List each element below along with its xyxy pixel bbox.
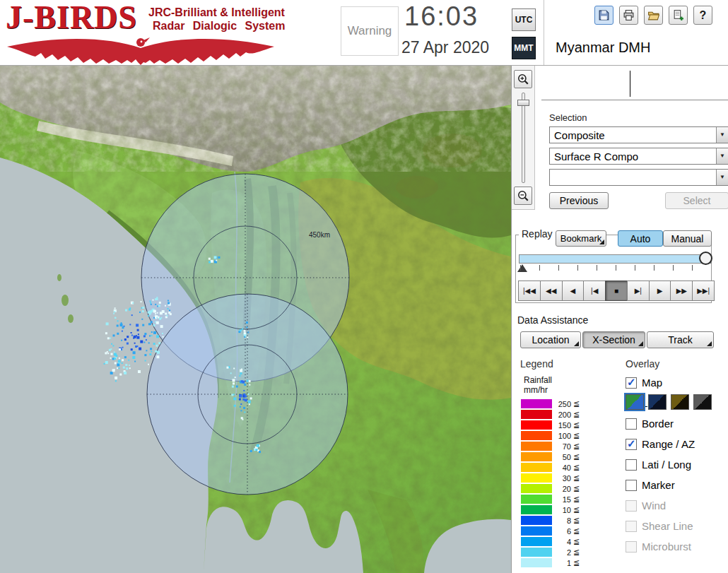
legend-suffix: ≦ bbox=[573, 495, 580, 504]
export-button[interactable] bbox=[669, 6, 688, 25]
composite-dropdown[interactable]: Composite bbox=[549, 126, 728, 143]
replay-timeline-thumb[interactable] bbox=[699, 252, 712, 265]
playback-button[interactable]: ▶▶| bbox=[692, 280, 715, 301]
legend-entry: 250 ≦ bbox=[521, 398, 580, 409]
playback-button[interactable]: ▶| bbox=[627, 280, 650, 301]
playback-button-glyph: ◀ bbox=[570, 287, 576, 295]
control-panel: Selection Composite Surface R Compo Prev… bbox=[511, 66, 728, 573]
legend-suffix: ≦ bbox=[573, 558, 580, 567]
legend-unit-line2: mm/hr bbox=[524, 385, 548, 395]
overlay-option-row[interactable]: Marker bbox=[626, 475, 728, 495]
select-button: Select bbox=[665, 192, 728, 209]
legend-value: 8 bbox=[552, 516, 573, 525]
manual-mode-button[interactable]: Manual bbox=[663, 230, 712, 247]
checkbox[interactable] bbox=[626, 521, 637, 532]
chevron-down-icon[interactable] bbox=[716, 148, 728, 164]
overlay-option-row[interactable]: Map bbox=[626, 372, 728, 393]
playback-button[interactable]: ◀◀ bbox=[540, 280, 563, 301]
legend-color-swatch bbox=[521, 558, 552, 567]
overlay-option-label: Border bbox=[642, 418, 674, 430]
message-textbox[interactable] bbox=[541, 66, 728, 100]
zoom-out-icon bbox=[517, 189, 529, 202]
legend-color-swatch bbox=[521, 463, 552, 472]
playback-button[interactable]: |◀◀ bbox=[518, 280, 541, 301]
save-button[interactable] bbox=[594, 6, 613, 25]
overlay-option-row[interactable]: Lati / Long bbox=[626, 454, 728, 475]
legend-suffix: ≦ bbox=[573, 431, 580, 440]
mmt-toggle-button[interactable]: MMT bbox=[512, 37, 536, 59]
legend-color-swatch bbox=[521, 431, 552, 440]
map-style-swatch[interactable] bbox=[671, 394, 689, 410]
legend-color-swatch bbox=[521, 526, 552, 536]
map-style-swatch[interactable] bbox=[693, 394, 712, 410]
overlay-option-row[interactable]: Range / AZ bbox=[626, 434, 728, 454]
product-dropdown[interactable]: Surface R Compo bbox=[549, 148, 728, 165]
bookmark-button[interactable]: Bookmark bbox=[556, 230, 606, 247]
app-tagline-line1: JRC-Brilliant & Intelligent bbox=[148, 6, 285, 19]
zoom-in-button[interactable] bbox=[514, 70, 532, 88]
replay-timeline-track[interactable] bbox=[519, 254, 712, 264]
zoom-slider-thumb[interactable] bbox=[517, 100, 529, 106]
open-folder-button[interactable] bbox=[644, 6, 663, 25]
checkbox[interactable] bbox=[626, 459, 637, 471]
chevron-down-icon[interactable] bbox=[716, 127, 728, 143]
overlay-option-label: Microburst bbox=[642, 540, 691, 553]
org-name-label: Myanmar DMH bbox=[556, 40, 650, 56]
legend-value: 100 bbox=[552, 432, 573, 440]
utc-toggle-button[interactable]: UTC bbox=[512, 8, 536, 31]
map-style-swatch[interactable] bbox=[626, 394, 644, 410]
print-icon bbox=[623, 9, 635, 21]
playback-button[interactable]: ■ bbox=[605, 280, 628, 301]
overlay-option-row[interactable]: Microburst bbox=[626, 536, 728, 557]
previous-button[interactable]: Previous bbox=[549, 192, 609, 209]
rainfall-legend: 250 ≦ 200 ≦ 150 ≦ 100 ≦ 70 ≦ bbox=[521, 398, 580, 568]
track-button[interactable]: Track bbox=[647, 331, 714, 348]
legend-entry: 70 ≦ bbox=[521, 441, 580, 451]
overlay-option-label: Wind bbox=[642, 500, 666, 512]
auto-mode-button[interactable]: Auto bbox=[618, 230, 663, 247]
legend-suffix: ≦ bbox=[573, 452, 580, 461]
legend-entry: 10 ≦ bbox=[521, 504, 580, 515]
overlay-option-row[interactable]: Shear Line bbox=[626, 516, 728, 536]
overlay-option-label: Marker bbox=[642, 479, 675, 491]
warning-status: Warning bbox=[341, 6, 399, 56]
zoom-out-button[interactable] bbox=[514, 187, 532, 205]
legend-color-swatch bbox=[521, 452, 552, 461]
help-button[interactable]: ? bbox=[693, 6, 712, 25]
x-section-button[interactable]: X-Section bbox=[582, 331, 645, 348]
print-button[interactable] bbox=[619, 6, 638, 25]
clock-date: 27 Apr 2020 bbox=[401, 38, 489, 57]
checkbox[interactable] bbox=[626, 541, 637, 553]
playback-button[interactable]: ▶ bbox=[649, 280, 671, 301]
playback-button[interactable]: ◀ bbox=[562, 280, 585, 301]
radar-map-image: 450km bbox=[0, 66, 511, 573]
legend-value: 1 bbox=[552, 559, 573, 567]
checkbox[interactable] bbox=[626, 418, 637, 430]
header-bar: J-BIRDS JRC-Brilliant & Intelligent Rada… bbox=[0, 0, 728, 66]
zoom-in-icon bbox=[517, 73, 529, 85]
map-style-swatch[interactable] bbox=[648, 394, 667, 410]
app-tagline-line2: Radar Dialogic System bbox=[153, 20, 285, 33]
checkbox[interactable] bbox=[626, 377, 637, 389]
option-dropdown[interactable] bbox=[549, 169, 728, 186]
legend-entry: 6 ≦ bbox=[521, 526, 580, 536]
legend-value: 4 bbox=[552, 538, 573, 546]
checkbox[interactable] bbox=[626, 480, 637, 491]
overlay-option-row[interactable]: Wind bbox=[626, 495, 728, 516]
legend-color-swatch bbox=[521, 548, 552, 557]
playback-button[interactable]: ▶▶ bbox=[670, 280, 693, 301]
playback-button[interactable]: |◀ bbox=[583, 280, 606, 301]
location-button[interactable]: Location bbox=[520, 331, 581, 348]
legend-entry: 2 ≦ bbox=[521, 547, 580, 557]
overlay-option-row[interactable]: Border bbox=[626, 413, 728, 434]
checkbox[interactable] bbox=[626, 500, 637, 512]
legend-value: 70 bbox=[552, 442, 573, 451]
zoom-slider-track[interactable] bbox=[522, 93, 525, 183]
checkbox[interactable] bbox=[626, 439, 637, 450]
option-dropdown-value bbox=[550, 170, 728, 174]
radar-map-viewport[interactable]: 450km bbox=[0, 66, 511, 573]
legend-value: 40 bbox=[552, 463, 573, 472]
legend-value: 15 bbox=[552, 495, 573, 504]
chevron-down-icon[interactable] bbox=[716, 170, 728, 185]
jbirds-app: J-BIRDS JRC-Brilliant & Intelligent Rada… bbox=[0, 0, 728, 573]
